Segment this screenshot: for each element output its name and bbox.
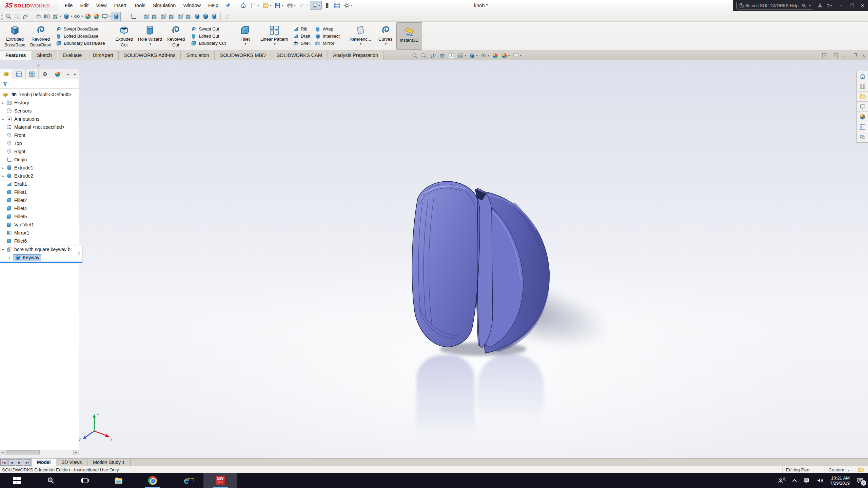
view-settings-icon[interactable]: ▾ bbox=[101, 12, 112, 21]
collapse-left-panel-icon[interactable]: ◂ bbox=[822, 53, 827, 58]
tree-item-right-plane[interactable]: Right bbox=[0, 147, 79, 156]
menu-window[interactable]: Window bbox=[179, 0, 204, 11]
section-view-icon[interactable] bbox=[34, 12, 43, 21]
solidworks-app-button[interactable]: SW2018 bbox=[203, 473, 237, 488]
boundary-boss-base-button[interactable]: Boundary Boss/Base bbox=[56, 40, 105, 46]
knob-3d-model[interactable] bbox=[366, 169, 631, 458]
custom-properties-tab-icon[interactable] bbox=[857, 122, 868, 132]
extruded-cut-button[interactable]: ExtrudedCut bbox=[111, 22, 137, 50]
edit-appearance-icon[interactable] bbox=[84, 12, 92, 21]
tag-icon[interactable] bbox=[858, 467, 864, 473]
tree-item-mirror1[interactable]: Mirror1 bbox=[0, 229, 79, 237]
tree-item-material[interactable]: Material <not specified> bbox=[0, 123, 79, 131]
chrome-button[interactable] bbox=[136, 473, 170, 488]
tree-item-fillet1[interactable]: Fillet1 bbox=[0, 188, 79, 196]
view-top-icon[interactable] bbox=[176, 12, 184, 21]
network-icon[interactable] bbox=[803, 477, 810, 484]
tree-item-fillet2[interactable]: Fillet2 bbox=[0, 196, 79, 204]
zoom-to-area-icon[interactable] bbox=[420, 52, 428, 59]
lofted-cut-button[interactable]: Lofted Cut bbox=[191, 33, 226, 39]
swept-boss-base-button[interactable]: Swept Boss/Base bbox=[56, 26, 105, 32]
normal-to-icon[interactable] bbox=[129, 12, 138, 21]
fillet-button[interactable]: Fillet▾ bbox=[232, 22, 258, 50]
pin-menu-icon[interactable] bbox=[224, 1, 232, 9]
display-style-icon[interactable]: ▾ bbox=[468, 52, 478, 59]
zoom-to-area-icon[interactable] bbox=[13, 12, 21, 21]
shaded-with-edges-icon[interactable] bbox=[112, 12, 121, 21]
tab-features[interactable]: Features bbox=[0, 51, 31, 60]
view-settings-icon[interactable]: ▾ bbox=[512, 52, 522, 59]
appearances-tab-icon[interactable] bbox=[857, 112, 868, 122]
magnified-selection-icon[interactable] bbox=[223, 12, 231, 21]
tab-simulation[interactable]: Simulation bbox=[181, 51, 215, 60]
expand-icon[interactable]: ▸ bbox=[0, 117, 6, 121]
doc-restore-icon[interactable] bbox=[853, 54, 856, 57]
dimxpert-manager-tab[interactable]: ⊕ bbox=[39, 69, 52, 79]
panel-horizontal-scrollbar[interactable]: ◂ ▸ bbox=[0, 450, 79, 455]
internet-explorer-button[interactable]: e bbox=[170, 473, 203, 488]
undo-button[interactable]: ▾ bbox=[298, 1, 309, 9]
tree-item-annotations[interactable]: ▸Annotations bbox=[0, 115, 79, 123]
select-tool-button[interactable]: ▾ bbox=[310, 1, 322, 10]
tree-item-fillet4[interactable]: Fillet4 bbox=[0, 204, 79, 212]
rib-button[interactable]: Rib bbox=[293, 26, 311, 32]
minimize-button[interactable]: − bbox=[835, 0, 846, 11]
hidden-icons-chevron[interactable] bbox=[792, 479, 797, 484]
view-front-icon[interactable] bbox=[142, 12, 151, 21]
collapse-right-panel-icon[interactable]: ▸ bbox=[833, 53, 838, 58]
tab-solidworks-cam[interactable]: SOLIDWORKS CAM bbox=[271, 51, 328, 60]
search-icon[interactable] bbox=[802, 3, 807, 8]
linear-pattern-button[interactable]: Linear Pattern▾ bbox=[258, 22, 291, 50]
menu-edit[interactable]: Edit bbox=[76, 0, 92, 11]
help-menu[interactable]: ?▾ bbox=[827, 3, 832, 8]
tree-root-item[interactable]: knob (Default<<Default>_ bbox=[0, 90, 79, 99]
scroll-left-icon[interactable]: ◂ bbox=[0, 450, 5, 455]
apply-scene-icon[interactable] bbox=[92, 12, 101, 21]
property-manager-tab[interactable] bbox=[13, 69, 26, 79]
tab-solidworks-add-ins[interactable]: SOLIDWORKS Add-Ins bbox=[119, 51, 181, 60]
knob-front-plate[interactable] bbox=[412, 181, 480, 347]
menu-tools[interactable]: Tools bbox=[130, 0, 149, 11]
tree-item-bore-folder[interactable]: ▾bore with square keyway b: bbox=[0, 245, 82, 253]
tab-dimxpert[interactable]: DimXpert bbox=[87, 51, 118, 60]
filter-funnel-icon[interactable] bbox=[2, 81, 8, 87]
restore-button[interactable] bbox=[846, 0, 857, 11]
mirror-button[interactable]: Mirror bbox=[315, 40, 340, 46]
extruded-boss-base-button[interactable]: ExtrudedBoss/Base bbox=[2, 22, 28, 50]
menu-simulation[interactable]: Simulation bbox=[149, 0, 180, 11]
panel-splitter-handle[interactable] bbox=[37, 64, 40, 67]
prev-tab-icon[interactable]: ◀ bbox=[8, 459, 15, 466]
scroll-right-icon[interactable]: ▸ bbox=[73, 450, 79, 455]
flyout-pin-dot[interactable] bbox=[78, 252, 80, 255]
view-isometric-icon[interactable] bbox=[193, 12, 201, 21]
curves-button[interactable]: Curves▾ bbox=[375, 22, 396, 50]
tab-3d-views[interactable]: 3D Views bbox=[56, 459, 87, 466]
collapse-icon[interactable]: ▾ bbox=[0, 248, 6, 251]
instant3d-button[interactable]: Instant3D bbox=[396, 22, 422, 50]
volume-icon[interactable] bbox=[816, 477, 823, 484]
lofted-boss-base-button[interactable]: Lofted Boss/Base bbox=[56, 33, 105, 39]
tree-item-origin[interactable]: Origin bbox=[0, 156, 79, 164]
search-scope-dropdown[interactable]: ▾ bbox=[809, 4, 811, 7]
expand-icon[interactable]: ▸ bbox=[0, 174, 6, 178]
start-button[interactable] bbox=[0, 473, 34, 488]
tree-item-top-plane[interactable]: Top bbox=[0, 139, 79, 147]
help-search-box[interactable]: ? Search SOLIDWORKS Help ▾ bbox=[736, 2, 813, 9]
view-orientation-icon[interactable]: ▾ bbox=[51, 12, 62, 21]
tree-item-keyway[interactable]: ▸Keyway bbox=[0, 253, 82, 262]
tab-sketch[interactable]: Sketch bbox=[31, 51, 57, 60]
menu-insert[interactable]: Insert bbox=[111, 0, 130, 11]
view-orientation-icon[interactable]: ▾ bbox=[457, 52, 467, 59]
menu-help[interactable]: Help bbox=[204, 0, 222, 11]
hide-show-items-icon[interactable]: ▾ bbox=[73, 12, 84, 21]
file-explorer-tab-icon[interactable] bbox=[857, 92, 868, 102]
design-library-tab-icon[interactable] bbox=[857, 81, 868, 92]
doc-close-icon[interactable]: × bbox=[862, 53, 865, 59]
tree-item-history[interactable]: ▸History bbox=[0, 99, 79, 107]
tree-item-varfillet1[interactable]: VarFillet1 bbox=[0, 221, 79, 229]
wrap-button[interactable]: Wrap bbox=[315, 26, 340, 32]
tree-item-sensors[interactable]: Sensors bbox=[0, 107, 79, 115]
reference-geometry-button[interactable]: Referenc...▾ bbox=[346, 22, 375, 50]
file-explorer-button[interactable] bbox=[102, 473, 136, 488]
configuration-manager-tab[interactable] bbox=[26, 69, 39, 79]
